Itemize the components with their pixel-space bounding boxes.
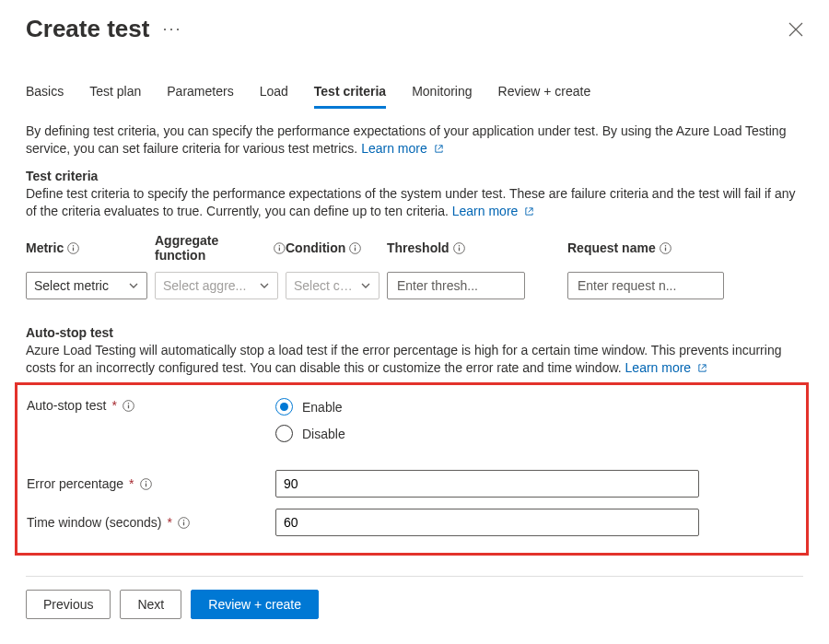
svg-point-10 bbox=[458, 244, 459, 245]
autostop-disable-label: Disable bbox=[302, 427, 345, 441]
autostop-test-label: Auto-stop test * bbox=[27, 398, 275, 413]
info-icon[interactable] bbox=[178, 517, 190, 529]
svg-point-22 bbox=[183, 519, 184, 520]
criteria-section-desc-text: Define test criteria to specify the perf… bbox=[26, 186, 795, 218]
column-header-threshold-label: Threshold bbox=[387, 240, 450, 255]
column-header-request-label: Request name bbox=[567, 240, 656, 255]
svg-point-7 bbox=[355, 244, 356, 245]
column-header-aggregate: Aggregate function bbox=[155, 233, 286, 263]
footer-actions: Previous Next Review + create bbox=[26, 576, 803, 619]
tab-load[interactable]: Load bbox=[260, 80, 288, 109]
condition-select[interactable]: Select co... bbox=[286, 272, 379, 299]
autostop-test-label-text: Auto-stop test bbox=[27, 398, 106, 413]
request-name-input-field[interactable] bbox=[576, 277, 716, 294]
autostop-disable-radio[interactable]: Disable bbox=[275, 425, 345, 442]
info-icon[interactable] bbox=[349, 242, 361, 254]
svg-rect-20 bbox=[145, 483, 146, 486]
column-header-request: Request name bbox=[567, 233, 724, 263]
tab-review-create[interactable]: Review + create bbox=[498, 80, 591, 109]
more-menu[interactable]: ··· bbox=[162, 19, 181, 39]
intro-learn-more-link[interactable]: Learn more bbox=[361, 141, 443, 156]
svg-point-13 bbox=[664, 244, 665, 245]
svg-rect-8 bbox=[355, 247, 356, 251]
column-header-aggregate-label: Aggregate function bbox=[155, 233, 270, 263]
info-icon[interactable] bbox=[453, 242, 465, 254]
svg-point-19 bbox=[145, 480, 146, 481]
criteria-row: Select metric Select aggre... Select co.… bbox=[26, 272, 803, 310]
error-percentage-label-text: Error percentage bbox=[27, 476, 123, 491]
threshold-input-field[interactable] bbox=[395, 277, 517, 294]
next-button[interactable]: Next bbox=[120, 590, 181, 619]
column-header-metric: Metric bbox=[26, 233, 155, 263]
intro-text: By defining test criteria, you can speci… bbox=[26, 123, 803, 158]
tab-test-plan[interactable]: Test plan bbox=[89, 80, 141, 109]
autostop-section-desc: Azure Load Testing will automatically st… bbox=[26, 342, 803, 377]
required-indicator: * bbox=[111, 398, 116, 413]
svg-rect-17 bbox=[128, 404, 129, 408]
info-icon[interactable] bbox=[123, 400, 134, 412]
criteria-section-desc: Define test criteria to specify the perf… bbox=[26, 185, 803, 220]
required-indicator: * bbox=[168, 515, 172, 530]
external-link-icon bbox=[434, 144, 444, 154]
chevron-down-icon bbox=[128, 280, 139, 291]
required-indicator: * bbox=[129, 476, 134, 491]
external-link-icon bbox=[697, 363, 707, 373]
metric-select[interactable]: Select metric bbox=[26, 272, 147, 299]
svg-rect-23 bbox=[183, 521, 184, 525]
svg-point-1 bbox=[73, 244, 74, 245]
svg-rect-14 bbox=[665, 247, 666, 251]
tab-bar: Basics Test plan Parameters Load Test cr… bbox=[26, 80, 803, 109]
svg-point-4 bbox=[279, 245, 280, 246]
threshold-input[interactable] bbox=[387, 272, 525, 299]
chevron-down-icon bbox=[360, 280, 371, 291]
page-title: Create test bbox=[26, 15, 149, 43]
autostop-section-title: Auto-stop test bbox=[26, 325, 803, 340]
external-link-icon bbox=[524, 206, 534, 217]
time-window-input[interactable] bbox=[275, 509, 699, 536]
aggregate-select[interactable]: Select aggre... bbox=[155, 272, 278, 299]
info-icon[interactable] bbox=[660, 242, 671, 254]
tab-monitoring[interactable]: Monitoring bbox=[412, 80, 472, 109]
criteria-learn-more-label: Learn more bbox=[452, 204, 519, 218]
autostop-enable-radio[interactable]: Enable bbox=[275, 398, 345, 416]
tab-basics[interactable]: Basics bbox=[26, 80, 64, 109]
autostop-highlight-box: Auto-stop test * Enable Disable Error pe… bbox=[15, 382, 809, 556]
column-header-condition-label: Condition bbox=[286, 240, 345, 255]
info-icon[interactable] bbox=[274, 242, 286, 254]
request-name-input[interactable] bbox=[567, 272, 724, 299]
autostop-learn-more-link[interactable]: Learn more bbox=[625, 360, 707, 375]
autostop-learn-more-label: Learn more bbox=[625, 360, 692, 375]
chevron-down-icon bbox=[259, 280, 270, 291]
column-header-threshold: Threshold bbox=[387, 233, 532, 263]
svg-rect-11 bbox=[459, 247, 460, 251]
time-window-label-text: Time window (seconds) bbox=[27, 515, 162, 530]
close-icon[interactable] bbox=[788, 22, 803, 37]
info-icon[interactable] bbox=[67, 242, 79, 254]
autostop-enable-label: Enable bbox=[302, 400, 343, 415]
column-header-metric-label: Metric bbox=[26, 240, 64, 255]
svg-rect-5 bbox=[279, 247, 280, 251]
criteria-learn-more-link[interactable]: Learn more bbox=[452, 204, 534, 218]
aggregate-select-placeholder: Select aggre... bbox=[163, 278, 246, 293]
error-percentage-label: Error percentage * bbox=[27, 476, 275, 491]
criteria-section-title: Test criteria bbox=[26, 169, 803, 183]
intro-learn-more-label: Learn more bbox=[361, 141, 427, 156]
review-create-button[interactable]: Review + create bbox=[191, 590, 319, 619]
previous-button[interactable]: Previous bbox=[26, 590, 111, 619]
condition-select-placeholder: Select co... bbox=[294, 278, 356, 293]
svg-rect-2 bbox=[73, 247, 74, 251]
error-percentage-input[interactable] bbox=[275, 470, 699, 498]
metric-select-placeholder: Select metric bbox=[34, 278, 109, 293]
info-icon[interactable] bbox=[140, 478, 152, 490]
time-window-label: Time window (seconds) * bbox=[27, 515, 275, 530]
tab-test-criteria[interactable]: Test criteria bbox=[314, 80, 386, 109]
tab-parameters[interactable]: Parameters bbox=[167, 80, 233, 109]
column-header-condition: Condition bbox=[286, 233, 387, 263]
svg-point-16 bbox=[128, 402, 129, 403]
